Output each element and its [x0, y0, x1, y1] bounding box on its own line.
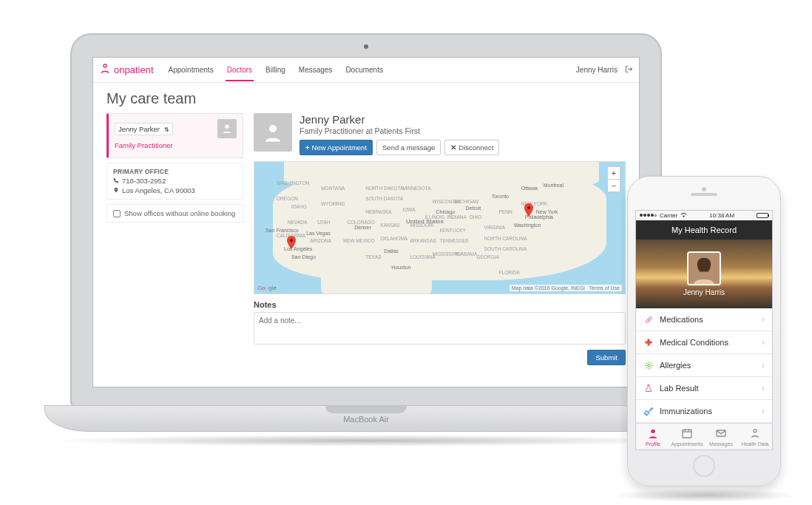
map-city-label: Montreal: [544, 183, 564, 188]
nav-tabs: Appointments Doctors Billing Messages Do…: [167, 58, 385, 81]
nav-doctors[interactable]: Doctors: [226, 58, 254, 81]
list-item-conditions[interactable]: Medical Conditions ›: [636, 331, 772, 354]
map-pin-icon[interactable]: [287, 236, 296, 245]
list-item-immunizations[interactable]: Immunizations ›: [636, 400, 772, 423]
map-state-label: MINNESOTA: [402, 186, 430, 191]
map-state-label: PENN: [499, 209, 512, 214]
map-state-label: MONTANA: [321, 186, 345, 191]
map-state-label: ILLINOIS: [424, 214, 444, 220]
page-title: My care team: [106, 90, 626, 107]
show-offices-checkbox[interactable]: [113, 210, 121, 217]
nav-right: Jenny Harris: [576, 65, 633, 75]
svg-line-18: [650, 362, 652, 364]
profile-icon: [647, 427, 659, 441]
provider-dropdown[interactable]: Jenny Parker ⇅: [115, 123, 173, 135]
phone-shadow: [612, 489, 797, 502]
brand-logo-icon: [99, 63, 111, 78]
tab-appointments[interactable]: Appointments: [670, 424, 704, 450]
map-state-label: ARKANSAS: [410, 238, 436, 243]
home-button[interactable]: [693, 455, 715, 477]
map-state-label: INDIANA: [447, 214, 467, 220]
primary-office-label: PRIMARY OFFICE: [113, 168, 237, 175]
provider-card[interactable]: Jenny Parker ⇅ Family Practitioner: [106, 113, 243, 158]
map-state-label: COLORADO: [347, 220, 374, 225]
map-city-label: Las Vegas: [306, 231, 331, 236]
laptop-hinge-notch: [325, 406, 407, 413]
close-icon: ✕: [450, 143, 456, 152]
map-state-label: TEXAS: [365, 254, 381, 260]
logout-icon[interactable]: [625, 65, 633, 75]
map-state-label: NEVADA: [288, 220, 307, 225]
map-state-label: MISSOURI: [410, 223, 433, 228]
svg-point-10: [647, 365, 649, 367]
tab-profile[interactable]: Profile: [636, 424, 670, 450]
allergy-icon: [643, 360, 654, 370]
primary-office: PRIMARY OFFICE 718-303-2952: [106, 163, 243, 200]
map-city-label: Toronto: [492, 194, 509, 199]
map-state-label: KENTUCKY: [440, 228, 466, 233]
nav-appointments[interactable]: Appointments: [167, 58, 215, 81]
office-phone: 718-303-2952: [122, 177, 166, 185]
map-state-label: ARIZONA: [310, 238, 331, 243]
phone-screen: Carrier 10:38 AM My Health Record Jenny …: [635, 210, 773, 450]
list-item-medications[interactable]: Medications ›: [636, 308, 772, 331]
map-state-label: WYOMING: [321, 201, 345, 206]
map-city-label: Ottawa: [521, 186, 538, 191]
map-terms-link[interactable]: Terms of Use: [589, 285, 620, 291]
doctor-panel: Jenny Parker Family Practitioner at Pati…: [254, 113, 626, 365]
tab-messages[interactable]: Messages: [704, 424, 738, 450]
current-user-name[interactable]: Jenny Harris: [576, 66, 618, 74]
tab-bar: Profile Appointments Messages Health Dat…: [636, 423, 772, 450]
list-item-lab[interactable]: Lab Result ›: [636, 377, 772, 400]
tab-health-data[interactable]: Health Data: [738, 424, 772, 450]
chevron-right-icon: ›: [762, 360, 765, 370]
submit-button[interactable]: Submit: [587, 350, 626, 365]
map-state-label: VIRGINIA: [484, 225, 506, 230]
office-map[interactable]: United States WASHINGTON OREGON MONTANA …: [254, 161, 626, 294]
pill-icon: [643, 314, 654, 325]
svg-rect-20: [683, 430, 691, 438]
list-item-allergies[interactable]: Allergies ›: [636, 354, 772, 377]
map-state-label: GEORGIA: [477, 254, 499, 260]
map-attribution-text: Map data ©2016 Google, INEGI: [512, 285, 585, 291]
new-appointment-button[interactable]: New Appointment: [300, 140, 373, 155]
list-item-label: Medical Conditions: [660, 338, 728, 347]
disconnect-button[interactable]: ✕Disconnect: [444, 140, 499, 155]
medical-cross-icon: [643, 337, 654, 348]
flask-icon: [643, 383, 654, 393]
map-city-label: Washington: [514, 223, 541, 228]
map-state-label: UTAH: [317, 220, 330, 225]
brand[interactable]: onpatient: [99, 63, 154, 78]
map-state-label: ALABAMA: [455, 251, 478, 257]
zoom-in-button[interactable]: +: [608, 167, 620, 180]
top-nav: onpatient Appointments Doctors Billing M…: [93, 58, 639, 83]
profile-hero: Jenny Harris: [636, 240, 772, 308]
phone-speaker: [691, 193, 717, 196]
laptop-screen: onpatient Appointments Doctors Billing M…: [92, 57, 640, 387]
list-item-label: Immunizations: [660, 407, 712, 416]
map-pin-icon[interactable]: [524, 203, 533, 212]
provider-avatar-small: [217, 119, 237, 138]
chevron-right-icon: ›: [762, 314, 765, 325]
nav-billing[interactable]: Billing: [264, 58, 287, 81]
zoom-out-button[interactable]: −: [608, 180, 620, 192]
list-item-label: Lab Result: [660, 384, 699, 393]
chevron-right-icon: ›: [762, 383, 765, 393]
nav-messages[interactable]: Messages: [297, 58, 334, 81]
send-message-button[interactable]: Send a message: [376, 140, 441, 155]
map-state-label: IDAHO: [291, 204, 307, 209]
svg-point-3: [269, 125, 277, 132]
map-city-label: Denver: [354, 225, 371, 230]
app-header-title: My Health Record: [636, 220, 772, 240]
notes-input[interactable]: [254, 312, 626, 345]
user-avatar[interactable]: [687, 251, 721, 285]
map-state-label: IOWA: [402, 207, 415, 212]
nav-documents[interactable]: Documents: [344, 58, 385, 81]
map-state-label: NEBRASKA: [365, 209, 391, 214]
svg-point-5: [527, 206, 530, 209]
tab-label: Profile: [646, 441, 660, 447]
tab-label: Messages: [709, 441, 733, 447]
show-offices-checkbox-row[interactable]: Show offices without online booking: [106, 204, 243, 223]
chevron-updown-icon: ⇅: [164, 126, 169, 133]
signal-indicator: Carrier: [640, 212, 687, 219]
